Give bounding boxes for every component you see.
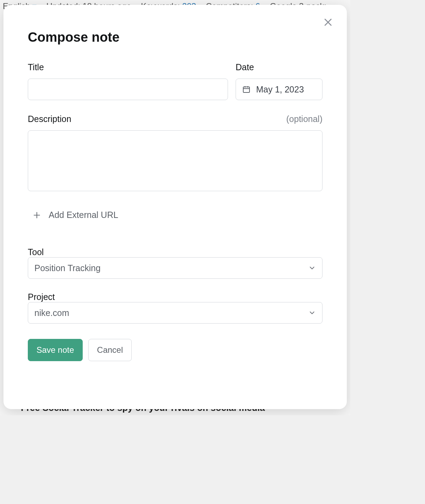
modal-heading: Compose note xyxy=(28,30,322,45)
project-value: nike.com xyxy=(34,308,69,318)
plus-icon xyxy=(33,211,41,219)
calendar-icon xyxy=(242,85,251,94)
add-url-label: Add External URL xyxy=(49,210,118,220)
cancel-button[interactable]: Cancel xyxy=(88,339,132,361)
date-label: Date xyxy=(236,62,322,72)
tool-select[interactable]: Position Tracking xyxy=(28,257,322,279)
title-input[interactable] xyxy=(28,79,228,100)
date-picker[interactable]: May 1, 2023 xyxy=(236,79,322,100)
chevron-down-icon xyxy=(308,264,316,272)
project-select[interactable]: nike.com xyxy=(28,302,322,324)
chevron-down-icon xyxy=(308,309,316,317)
description-label: Description xyxy=(28,114,71,124)
close-icon xyxy=(323,17,333,27)
save-note-button[interactable]: Save note xyxy=(28,339,83,361)
svg-rect-2 xyxy=(243,87,250,92)
title-label: Title xyxy=(28,62,228,72)
date-value: May 1, 2023 xyxy=(256,84,304,95)
tool-value: Position Tracking xyxy=(34,263,100,273)
compose-note-modal: Compose note Title Date May 1, 2023 Desc… xyxy=(3,5,347,409)
project-label: Project xyxy=(28,292,55,302)
tool-label: Tool xyxy=(28,247,44,257)
optional-label: (optional) xyxy=(286,114,322,124)
add-external-url-button[interactable]: Add External URL xyxy=(28,207,123,223)
close-button[interactable] xyxy=(321,15,335,29)
description-textarea[interactable] xyxy=(28,130,322,191)
